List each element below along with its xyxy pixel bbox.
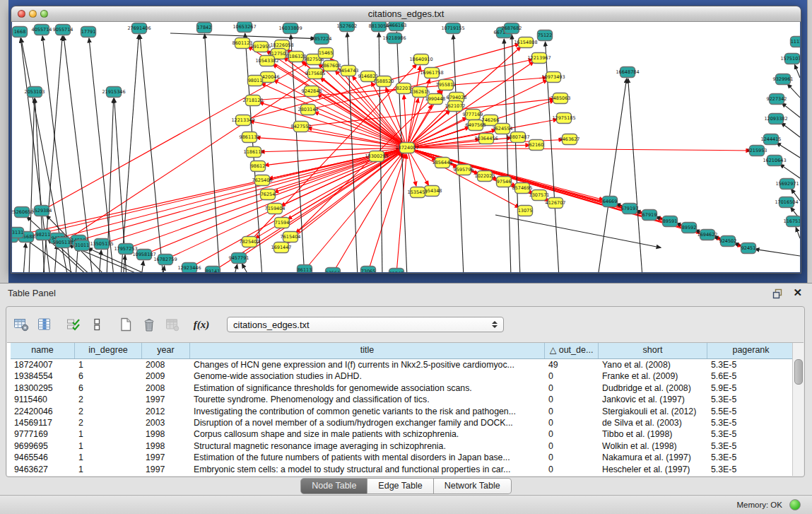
graph-node[interactable]: 9463627 bbox=[560, 134, 580, 145]
graph-node[interactable]: 71594 bbox=[275, 218, 290, 228]
table-row[interactable]: 969969511998Structural magnetic resonanc… bbox=[11, 440, 804, 452]
graph-node[interactable]: 98011 bbox=[248, 76, 263, 86]
table-options-button[interactable] bbox=[11, 314, 32, 335]
graph-node[interactable]: 1529384 bbox=[32, 206, 52, 216]
graph-node[interactable]: 7857224 bbox=[312, 34, 332, 45]
graph-node[interactable]: 89591 bbox=[663, 216, 678, 227]
graph-node[interactable]: 8813054 bbox=[369, 22, 389, 32]
graph-node[interactable]: 1990448 bbox=[425, 94, 446, 105]
graph-node[interactable]: 17842 bbox=[197, 23, 212, 33]
graph-node[interactable]: 1244415 bbox=[761, 134, 782, 145]
graph-node[interactable]: 19218986 bbox=[382, 33, 406, 44]
graph-node[interactable]: 17791 bbox=[81, 27, 96, 37]
graph-node[interactable]: 75122 bbox=[538, 30, 553, 41]
graph-node[interactable]: 12975185 bbox=[552, 113, 575, 124]
graph-node[interactable]: 31011 bbox=[75, 240, 90, 251]
graph-node[interactable]: 83131 bbox=[12, 228, 24, 238]
show-column-button[interactable] bbox=[34, 314, 55, 335]
graph-node[interactable]: 7159404 bbox=[265, 204, 286, 214]
graph-node[interactable]: 1186113 bbox=[244, 147, 264, 158]
scrollbar-thumb[interactable] bbox=[794, 359, 803, 385]
graph-node[interactable]: 9227342 bbox=[767, 94, 787, 105]
column-header-year[interactable]: year bbox=[142, 343, 190, 358]
graph-node[interactable]: 18640910 bbox=[409, 54, 433, 65]
graph-node[interactable]: 5905135 bbox=[53, 238, 73, 248]
graph-node[interactable]: 89592 bbox=[682, 223, 697, 233]
graph-node[interactable]: 1527602 bbox=[337, 22, 358, 32]
graph-node[interactable]: 10807487 bbox=[506, 132, 529, 143]
table-row[interactable]: 1830029562008Estimation of significance … bbox=[11, 382, 804, 394]
graph-node[interactable]: 1535457 bbox=[408, 187, 428, 198]
graph-node[interactable]: 1856444 bbox=[433, 158, 453, 168]
column-header-short[interactable]: short bbox=[599, 343, 707, 358]
graph-node[interactable]: 13561 bbox=[326, 268, 341, 273]
vertical-scrollbar[interactable] bbox=[792, 343, 804, 476]
graph-node[interactable]: 9861133 bbox=[240, 132, 260, 143]
graph-node[interactable]: 924502 bbox=[719, 236, 737, 247]
graph-node[interactable]: 9242848 bbox=[302, 86, 322, 97]
network-canvas[interactable]: 1872400718300295860112389129551822605881… bbox=[12, 22, 800, 272]
graph-node[interactable]: 13075 bbox=[518, 206, 533, 216]
select-columns-button[interactable] bbox=[63, 314, 84, 335]
graph-node[interactable]: 4055714 bbox=[32, 25, 52, 35]
graph-node[interactable]: 2718120 bbox=[243, 95, 264, 106]
graph-node[interactable]: 9329961 bbox=[773, 74, 794, 85]
graph-node[interactable]: 91543 bbox=[389, 269, 404, 273]
tab-node-table[interactable]: Node Table bbox=[300, 478, 367, 494]
graph-node[interactable]: 1694622 bbox=[698, 230, 718, 240]
tab-network-table[interactable]: Network Table bbox=[434, 478, 512, 494]
import-table-button[interactable] bbox=[162, 314, 183, 335]
column-header-in_degree[interactable]: in_degree bbox=[75, 343, 142, 358]
table-row[interactable]: 946554611997Estimation of the future num… bbox=[11, 452, 804, 463]
tab-edge-table[interactable]: Edge Table bbox=[367, 478, 433, 494]
graph-node[interactable]: 82203 bbox=[396, 83, 411, 94]
delete-table-button[interactable] bbox=[139, 314, 160, 335]
graph-node[interactable]: 21915346 bbox=[102, 87, 125, 98]
table-row[interactable]: 1872400712008Changes of HCN gene express… bbox=[11, 359, 804, 370]
graph-node[interactable]: 7825402 bbox=[240, 237, 260, 247]
graph-node[interactable]: 20364456 bbox=[474, 134, 498, 144]
graph-node[interactable]: 1691447 bbox=[271, 243, 292, 253]
graph-node[interactable]: 64669 bbox=[603, 197, 618, 207]
create-table-button[interactable] bbox=[115, 314, 136, 335]
graph-node[interactable]: 12213967 bbox=[527, 53, 551, 64]
column-header-name[interactable]: name bbox=[11, 343, 75, 358]
graph-node[interactable]: 73065 bbox=[361, 267, 376, 273]
graph-node[interactable]: 16961758 bbox=[420, 68, 443, 78]
graph-node[interactable]: 76254 bbox=[261, 189, 276, 200]
graph-node[interactable]: 8601123 bbox=[233, 38, 253, 49]
graph-node[interactable]: 2803144 bbox=[298, 105, 319, 115]
table-select-dropdown[interactable]: citations_edges.txt bbox=[227, 317, 504, 332]
table-row[interactable]: 1938455462009Genome-wide association stu… bbox=[11, 370, 804, 382]
graph-node[interactable]: 25260650 bbox=[12, 207, 34, 218]
graph-node[interactable]: 9457791 bbox=[229, 253, 249, 264]
column-header-out_degree[interactable]: △ out_de... bbox=[545, 343, 599, 358]
graph-node[interactable]: 16033809 bbox=[278, 23, 302, 34]
graph-node[interactable]: 15465 bbox=[319, 48, 334, 59]
graph-node[interactable]: 16648784 bbox=[616, 67, 639, 78]
graph-node[interactable]: 89141 bbox=[206, 267, 220, 273]
column-header-title[interactable]: title bbox=[190, 343, 545, 358]
graph-node[interactable]: 27691406 bbox=[127, 23, 151, 34]
graph-node[interactable]: 12923446 bbox=[177, 263, 201, 273]
function-builder-button[interactable]: f(x) bbox=[191, 314, 212, 335]
graph-node[interactable]: 1588520 bbox=[374, 76, 394, 87]
graph-node[interactable]: 11112 bbox=[791, 37, 801, 47]
graph-node[interactable]: 92451 bbox=[741, 243, 756, 254]
graph-node[interactable]: 1022023 bbox=[475, 171, 495, 182]
table-row[interactable]: 911546021997Tourette syndrome. Phenomeno… bbox=[11, 394, 804, 405]
row-height-button[interactable] bbox=[86, 314, 107, 335]
graph-node[interactable]: 1668 bbox=[13, 27, 28, 37]
window-titlebar[interactable]: citations_edges.txt bbox=[11, 6, 801, 22]
graph-node[interactable]: 17016504 bbox=[775, 197, 798, 208]
table-row[interactable]: 1456911722003Disruption of a novel membe… bbox=[11, 417, 804, 428]
graph-node[interactable]: 8215953 bbox=[747, 146, 767, 156]
graph-node[interactable]: 4126707 bbox=[546, 198, 566, 209]
graph-node[interactable]: 67919 bbox=[642, 210, 657, 221]
graph-node[interactable]: 7625406 bbox=[252, 175, 273, 186]
graph-node[interactable]: 9777169 bbox=[463, 110, 483, 120]
graph-node[interactable]: 12093382 bbox=[764, 114, 787, 124]
column-header-pagerank[interactable]: pagerank bbox=[707, 343, 795, 358]
graph-node[interactable]: 1307571 bbox=[529, 190, 550, 201]
graph-node[interactable]: 6466163 bbox=[387, 22, 407, 31]
